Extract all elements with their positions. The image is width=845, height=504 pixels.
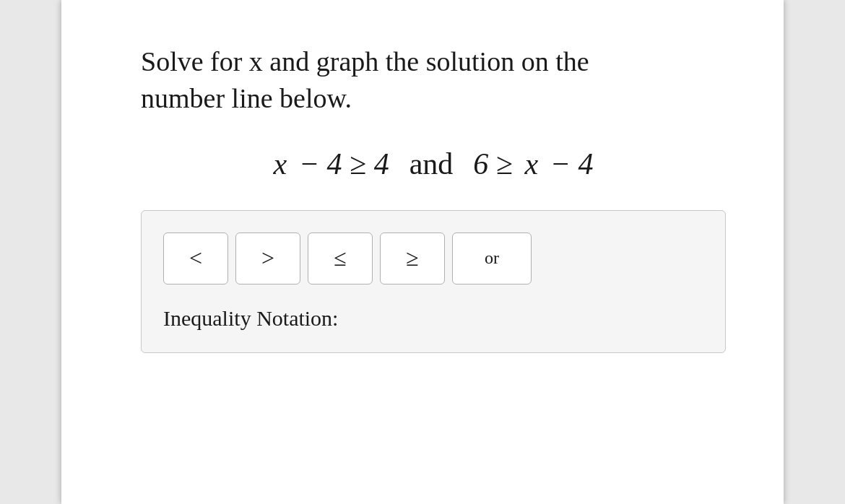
or-button[interactable]: or [452, 233, 532, 284]
problem-line1: Solve for x and graph the solution on th… [141, 46, 589, 77]
equation-connector: and [410, 147, 454, 181]
greater-equal-button[interactable]: ≥ [380, 233, 445, 284]
inequality-label: Inequality Notation: [163, 306, 703, 331]
less-than-button[interactable]: < [163, 233, 228, 284]
page-container: Solve for x and graph the solution on th… [61, 0, 784, 504]
problem-text: Solve for x and graph the solution on th… [141, 43, 726, 118]
answer-box: < > ≤ ≥ or Inequality Notation: [141, 210, 726, 353]
buttons-row: < > ≤ ≥ or [163, 233, 703, 284]
problem-line2: number line below. [141, 83, 352, 113]
less-equal-button[interactable]: ≤ [308, 233, 373, 284]
equation-row: x − 4 ≥ 4 and 6 ≥ x − 4 [141, 147, 726, 181]
left-equation: x − 4 ≥ 4 [274, 147, 389, 181]
greater-than-button[interactable]: > [235, 233, 300, 284]
right-equation: 6 ≥ x − 4 [473, 147, 593, 181]
